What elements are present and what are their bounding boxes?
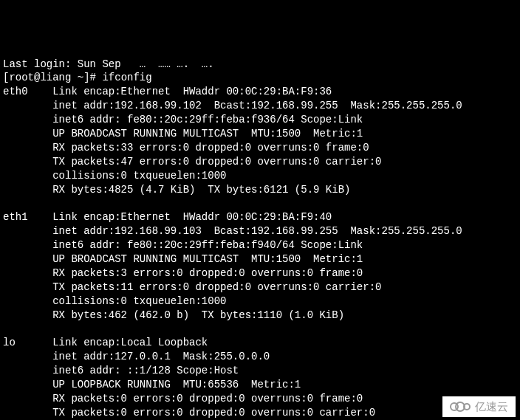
iface-lo-line: inet6 addr: ::1/128 Scope:Host xyxy=(3,364,517,378)
iface-eth0-line: inet addr:192.168.99.102 Bcast:192.168.9… xyxy=(3,99,517,113)
blank-line xyxy=(3,322,517,336)
iface-eth1-line: RX packets:3 errors:0 dropped:0 overruns… xyxy=(3,266,517,280)
iface-eth0-line: collisions:0 txqueuelen:1000 xyxy=(3,169,517,183)
iface-lo-line: loLink encap:Local Loopback xyxy=(3,336,517,350)
watermark-text: 亿速云 xyxy=(475,399,508,414)
iface-eth0-line: TX packets:47 errors:0 dropped:0 overrun… xyxy=(3,155,517,169)
cloud-icon xyxy=(450,401,471,413)
iface-eth1-line: collisions:0 txqueuelen:1000 xyxy=(3,295,517,309)
terminal-output[interactable]: Last login: Sun Sep … …… …. ….[root@lian… xyxy=(3,58,517,420)
iface-lo-line: UP LOOPBACK RUNNING MTU:65536 Metric:1 xyxy=(3,378,517,392)
iface-lo-line: RX packets:0 errors:0 dropped:0 overruns… xyxy=(3,392,517,406)
command-text: ifconfig xyxy=(102,72,151,83)
iface-eth0-line: eth0Link encap:Ethernet HWaddr 00:0C:29:… xyxy=(3,85,517,99)
iface-eth0-line: inet6 addr: fe80::20c:29ff:feba:f936/64 … xyxy=(3,113,517,127)
iface-name: lo xyxy=(3,336,52,350)
watermark-badge: 亿速云 xyxy=(442,396,516,417)
iface-eth1-line: UP BROADCAST RUNNING MULTICAST MTU:1500 … xyxy=(3,252,517,266)
iface-lo-line: TX packets:0 errors:0 dropped:0 overruns… xyxy=(3,406,517,420)
iface-eth1-line: eth1Link encap:Ethernet HWaddr 00:0C:29:… xyxy=(3,210,517,224)
prompt-line-1: [root@liang ~]# ifconfig xyxy=(3,71,517,85)
iface-name: eth1 xyxy=(3,210,52,224)
iface-eth1-line: inet addr:192.168.99.103 Bcast:192.168.9… xyxy=(3,224,517,238)
iface-eth1-line: TX packets:11 errors:0 dropped:0 overrun… xyxy=(3,280,517,295)
blank-line xyxy=(3,196,517,210)
iface-lo-line: inet addr:127.0.0.1 Mask:255.0.0.0 xyxy=(3,350,517,364)
partial-login-line: Last login: Sun Sep … …… …. …. xyxy=(3,58,517,72)
iface-name: eth0 xyxy=(3,85,52,99)
iface-eth0-line: RX bytes:4825 (4.7 KiB) TX bytes:6121 (5… xyxy=(3,183,517,197)
iface-eth0-line: UP BROADCAST RUNNING MULTICAST MTU:1500 … xyxy=(3,127,517,141)
iface-eth1-line: RX bytes:462 (462.0 b) TX bytes:1110 (1.… xyxy=(3,309,517,323)
iface-eth1-line: inet6 addr: fe80::20c:29ff:feba:f940/64 … xyxy=(3,238,517,252)
shell-prompt: [root@liang ~]# xyxy=(3,72,102,83)
iface-eth0-line: RX packets:33 errors:0 dropped:0 overrun… xyxy=(3,141,517,155)
